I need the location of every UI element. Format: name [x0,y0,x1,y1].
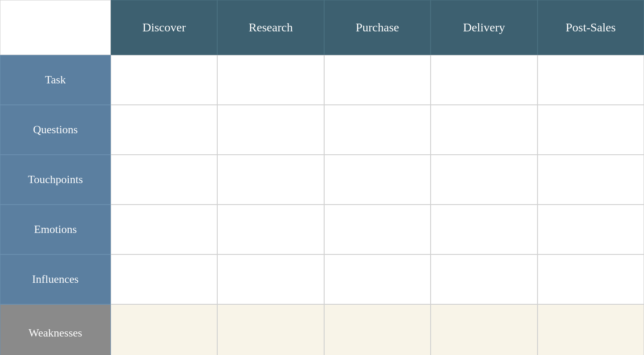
cell-influences-delivery[interactable] [431,254,537,304]
cell-influences-research[interactable] [217,254,324,304]
header-post-sales: Post-Sales [538,0,644,55]
cell-touchpoints-discover[interactable] [111,155,217,205]
header-discover: Discover [111,0,217,55]
cell-influences-discover[interactable] [111,254,217,304]
cell-touchpoints-delivery[interactable] [431,155,537,205]
cell-weaknesses-purchase[interactable] [324,304,431,355]
row-header-influences: Influences [0,254,111,304]
cell-questions-post-sales[interactable] [538,105,644,155]
row-header-weaknesses: Weaknesses [0,304,111,355]
cell-touchpoints-research[interactable] [217,155,324,205]
cell-task-research[interactable] [217,55,324,105]
cell-emotions-research[interactable] [217,205,324,254]
cell-emotions-delivery[interactable] [431,205,537,254]
row-header-questions: Questions [0,105,111,155]
cell-influences-post-sales[interactable] [538,254,644,304]
row-header-touchpoints: Touchpoints [0,155,111,205]
header-empty-cell [0,0,111,55]
header-delivery: Delivery [431,0,537,55]
cell-touchpoints-purchase[interactable] [324,155,431,205]
header-purchase: Purchase [324,0,431,55]
cell-emotions-discover[interactable] [111,205,217,254]
cell-emotions-post-sales[interactable] [538,205,644,254]
cell-weaknesses-delivery[interactable] [431,304,537,355]
cell-questions-research[interactable] [217,105,324,155]
cell-emotions-purchase[interactable] [324,205,431,254]
cell-task-discover[interactable] [111,55,217,105]
cell-task-purchase[interactable] [324,55,431,105]
cell-questions-discover[interactable] [111,105,217,155]
cell-weaknesses-discover[interactable] [111,304,217,355]
cell-influences-purchase[interactable] [324,254,431,304]
row-header-task: Task [0,55,111,105]
cell-questions-delivery[interactable] [431,105,537,155]
cell-task-post-sales[interactable] [538,55,644,105]
cell-task-delivery[interactable] [431,55,537,105]
cell-weaknesses-research[interactable] [217,304,324,355]
row-header-emotions: Emotions [0,205,111,254]
cell-touchpoints-post-sales[interactable] [538,155,644,205]
journey-map-table: Discover Research Purchase Delivery Post… [0,0,644,355]
cell-weaknesses-post-sales[interactable] [538,304,644,355]
header-research: Research [217,0,324,55]
cell-questions-purchase[interactable] [324,105,431,155]
